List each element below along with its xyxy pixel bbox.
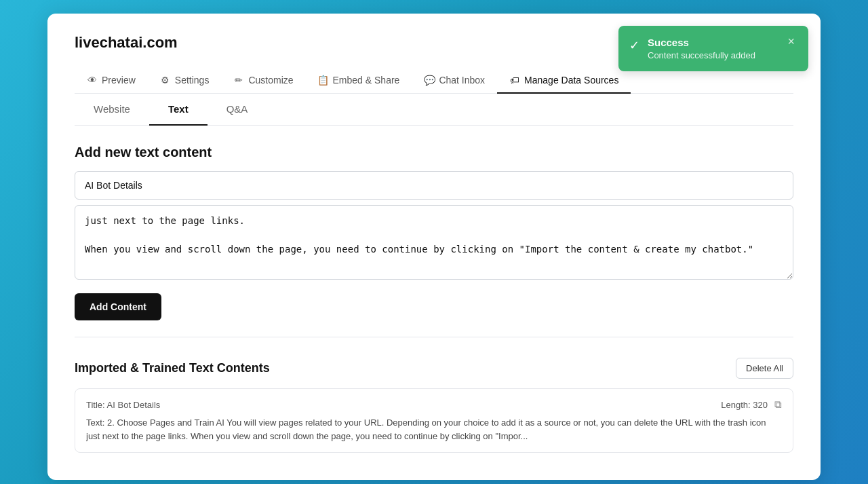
copy-icon[interactable]: ⧉ xyxy=(774,398,782,411)
section-divider xyxy=(75,337,793,337)
tab-text[interactable]: Text xyxy=(149,94,208,126)
nav-chat-inbox[interactable]: 💬 Chat Inbox xyxy=(412,68,497,94)
settings-icon: ⚙ xyxy=(160,75,171,86)
nav-preview[interactable]: 👁 Preview xyxy=(75,68,148,94)
tabs-bar: Website Text Q&A xyxy=(75,94,793,126)
content-card-title: Title: AI Bot Details xyxy=(86,400,160,410)
toast-notification: ✓ Success Content successfully added × xyxy=(618,26,808,71)
toast-message: Content successfully added xyxy=(648,50,779,60)
content-textarea[interactable]: just next to the page links. When you vi… xyxy=(75,205,793,280)
toast-close-button[interactable]: × xyxy=(787,35,795,48)
content-card: Title: AI Bot Details Length: 320 ⧉ Text… xyxy=(75,388,793,453)
section-title: Add new text content xyxy=(75,145,793,160)
toast-success-icon: ✓ xyxy=(629,38,639,53)
tab-website[interactable]: Website xyxy=(75,94,149,126)
content-card-body: Text: 2. Choose Pages and Train AI You w… xyxy=(86,416,782,443)
imported-title: Imported & Trained Text Contents xyxy=(75,361,270,375)
content-length: Length: 320 xyxy=(721,400,768,410)
delete-all-button[interactable]: Delete All xyxy=(736,358,793,379)
preview-icon: 👁 xyxy=(87,75,98,86)
toast-content: Success Content successfully added xyxy=(648,37,779,60)
customize-icon: ✏ xyxy=(233,75,244,86)
embed-share-icon: 📋 xyxy=(318,75,329,86)
tab-qa[interactable]: Q&A xyxy=(208,94,267,126)
add-content-button[interactable]: Add Content xyxy=(75,293,161,320)
nav-embed-share[interactable]: 📋 Embed & Share xyxy=(306,68,412,94)
content-card-header: Title: AI Bot Details Length: 320 ⧉ xyxy=(86,398,782,411)
app-container: livechatai.com 👁 Preview ⚙ Settings ✏ Cu… xyxy=(47,14,821,480)
content-card-meta: Length: 320 ⧉ xyxy=(721,398,782,411)
nav-manage-data-sources[interactable]: 🏷 Manage Data Sources xyxy=(497,68,631,94)
add-text-section: Add new text content just next to the pa… xyxy=(75,145,793,320)
nav-customize[interactable]: ✏ Customize xyxy=(221,68,305,94)
imported-header: Imported & Trained Text Contents Delete … xyxy=(75,358,793,379)
nav-settings[interactable]: ⚙ Settings xyxy=(148,68,222,94)
imported-section: Imported & Trained Text Contents Delete … xyxy=(75,358,793,453)
nav-bar: 👁 Preview ⚙ Settings ✏ Customize 📋 Embed… xyxy=(75,68,793,94)
title-input[interactable] xyxy=(75,171,793,200)
manage-data-icon: 🏷 xyxy=(509,75,520,86)
toast-title: Success xyxy=(648,37,779,48)
chat-inbox-icon: 💬 xyxy=(424,75,435,86)
